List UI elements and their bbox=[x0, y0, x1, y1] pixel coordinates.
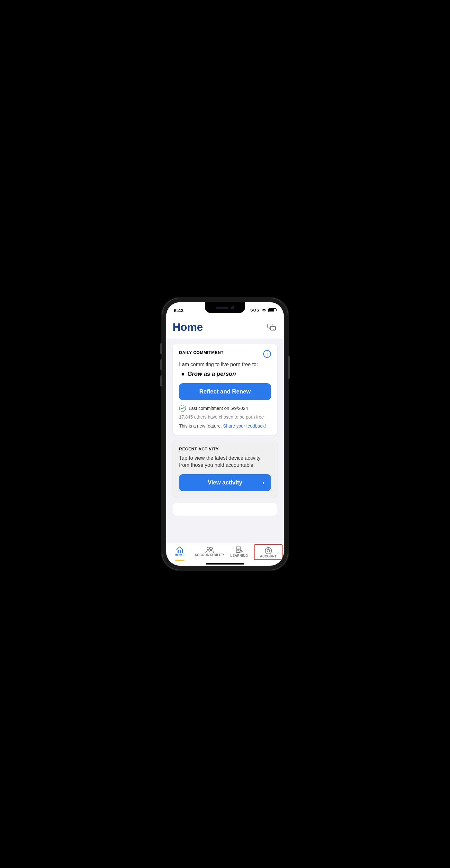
commitment-intro: I am commiting to live porn free to: bbox=[179, 362, 271, 368]
svg-point-14 bbox=[270, 550, 271, 551]
info-icon[interactable]: i bbox=[263, 350, 271, 358]
phone-screen: 6:43 SOS Home bbox=[166, 302, 284, 566]
nav-label-home: HOME bbox=[175, 553, 185, 557]
notch bbox=[205, 302, 245, 313]
svg-point-5 bbox=[207, 547, 210, 550]
status-time: 6:43 bbox=[174, 308, 184, 313]
commitment-goal: Grow as a person bbox=[187, 371, 236, 377]
last-commitment-text: Last commitment on 5/9/2024 bbox=[189, 406, 248, 411]
recent-activity-desc: Tap to view the latest device activity f… bbox=[179, 455, 271, 469]
nav-label-learning: LEARNING bbox=[230, 554, 248, 557]
home-icon bbox=[176, 546, 184, 553]
last-commitment-row: Last commitment on 5/9/2024 bbox=[179, 405, 271, 412]
arrow-right-icon: › bbox=[263, 479, 264, 486]
svg-rect-4 bbox=[179, 550, 181, 553]
nav-label-accountability: ACCOUNTABILITY bbox=[195, 553, 224, 557]
nav-item-accountability[interactable]: ACCOUNTABILITY bbox=[193, 543, 226, 561]
daily-commitment-header: DAILY COMMITMENT i bbox=[179, 350, 271, 358]
nav-item-account[interactable]: ACCOUNT bbox=[254, 544, 283, 560]
page-header: Home bbox=[166, 318, 284, 339]
nav-underline-home bbox=[175, 560, 185, 561]
notch-camera bbox=[231, 306, 234, 309]
svg-rect-2 bbox=[270, 326, 276, 330]
svg-point-10 bbox=[267, 550, 270, 552]
page-title: Home bbox=[172, 321, 203, 333]
reflect-renew-button[interactable]: Reflect and Renew bbox=[179, 383, 271, 400]
feedback-prefix: This is a new feature. bbox=[179, 424, 222, 429]
main-content: Home DAILY COMMITMENT i I am commiting bbox=[166, 318, 284, 542]
status-right: SOS bbox=[250, 308, 276, 312]
svg-point-12 bbox=[268, 553, 269, 554]
svg-point-0 bbox=[264, 312, 264, 312]
nav-item-home[interactable]: HOME bbox=[166, 543, 193, 561]
status-bar: 6:43 SOS bbox=[166, 302, 284, 318]
notch-speaker bbox=[216, 307, 228, 309]
wifi-icon bbox=[261, 308, 266, 312]
view-activity-label: View activity bbox=[207, 479, 243, 486]
nav-item-learning[interactable]: LEARNING bbox=[226, 543, 253, 561]
view-activity-button[interactable]: View activity › bbox=[179, 474, 271, 491]
nav-label-account: ACCOUNT bbox=[260, 555, 277, 558]
battery-icon bbox=[268, 308, 276, 312]
check-badge-icon bbox=[179, 405, 186, 412]
svg-point-11 bbox=[268, 548, 269, 549]
chat-icon[interactable] bbox=[266, 321, 278, 333]
status-sos: SOS bbox=[250, 308, 259, 312]
daily-commitment-card: DAILY COMMITMENT i I am commiting to liv… bbox=[172, 344, 278, 435]
feedback-link[interactable]: Share your feedback! bbox=[223, 424, 266, 429]
home-indicator bbox=[206, 563, 244, 564]
svg-point-6 bbox=[210, 547, 213, 550]
recent-activity-card: RECENT ACTIVITY Tap to view the latest d… bbox=[172, 440, 278, 498]
learning-icon bbox=[235, 546, 243, 554]
partial-card bbox=[172, 503, 278, 516]
accountability-icon bbox=[205, 546, 214, 553]
feedback-row: This is a new feature. Share your feedba… bbox=[179, 424, 271, 429]
bottom-nav: HOME ACCOUNTABILITY bbox=[166, 542, 284, 561]
commitment-goal-item: Grow as a person bbox=[179, 371, 271, 377]
daily-commitment-label: DAILY COMMITMENT bbox=[179, 350, 224, 355]
recent-activity-label: RECENT ACTIVITY bbox=[179, 446, 271, 452]
svg-point-13 bbox=[265, 550, 266, 551]
phone-frame: 6:43 SOS Home bbox=[162, 298, 288, 570]
others-count-text: 17,845 others have chosen to be porn fre… bbox=[179, 414, 271, 420]
bullet-point bbox=[182, 373, 184, 375]
account-icon bbox=[264, 547, 272, 555]
